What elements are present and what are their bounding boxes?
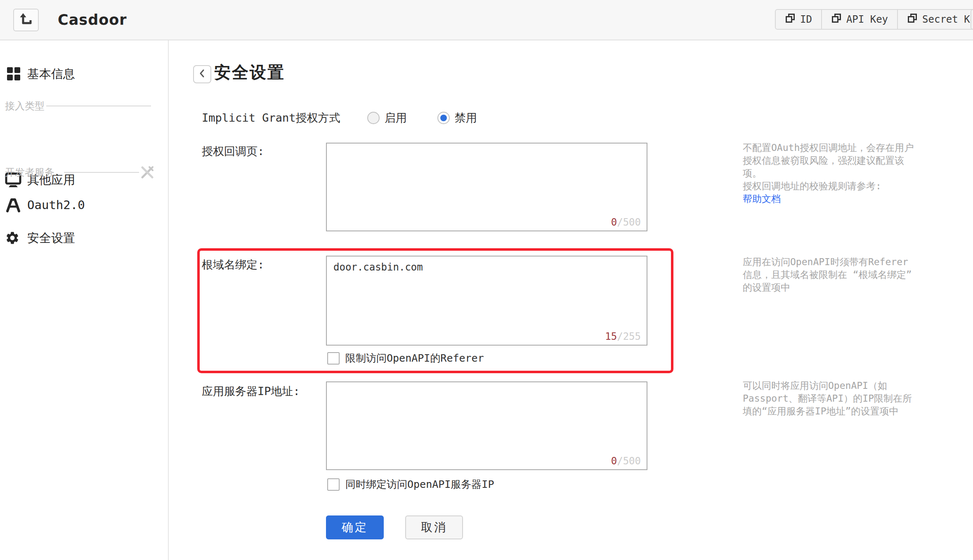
- server-ip-field: 0/500: [326, 381, 647, 470]
- bind-openapi-ip-checkbox[interactable]: [327, 478, 340, 491]
- callback-urls-textarea[interactable]: [327, 144, 647, 231]
- sidebar-item-security-settings[interactable]: 安全设置: [0, 229, 168, 247]
- bind-openapi-ip-checkbox-label[interactable]: 同时绑定访问OpenAPI服务器IP: [345, 478, 494, 491]
- radio-enable[interactable]: [367, 112, 380, 124]
- help-doc-link[interactable]: 帮助文档: [743, 193, 781, 204]
- server-ip-textarea[interactable]: [327, 382, 647, 469]
- sidebar-item-basic-info[interactable]: 基本信息: [0, 65, 168, 83]
- app-header: Casdoor ID API Key: [0, 0, 973, 40]
- callback-urls-label: 授权回调页:: [202, 143, 264, 160]
- server-ip-label: 应用服务器IP地址:: [202, 383, 300, 400]
- confirm-button[interactable]: 确定: [326, 515, 384, 539]
- sidebar-item-label: Oauth2.0: [27, 196, 85, 214]
- radio-disable-label[interactable]: 禁用: [455, 110, 477, 126]
- implicit-grant-label: Implicit Grant授权方式: [202, 110, 340, 126]
- sidebar: 基本信息 接入类型 其他应用 开发者服务: [0, 40, 169, 560]
- copy-api-key-button[interactable]: API Key: [821, 9, 898, 30]
- api-icon: [6, 198, 21, 212]
- main-content: 安全设置 Implicit Grant授权方式 启用 禁用 授权回调页: 0/5…: [169, 41, 973, 560]
- copy-icon: [907, 13, 918, 26]
- app-title: Casdoor: [58, 0, 127, 40]
- copy-api-key-label: API Key: [846, 14, 888, 25]
- up-level-arrow-icon: [19, 12, 33, 28]
- cancel-button[interactable]: 取消: [405, 515, 463, 539]
- sidebar-item-label: 基本信息: [27, 65, 75, 83]
- clipped-button[interactable]: [971, 9, 973, 30]
- referer-checkbox-row: 限制访问OpenAPI的Referer: [327, 351, 484, 365]
- radio-enable-label[interactable]: 启用: [385, 110, 407, 126]
- sidebar-divider-label: 开发者服务: [5, 165, 54, 179]
- root-domain-char-counter: 15/255: [605, 331, 641, 342]
- copy-icon: [785, 13, 796, 26]
- referer-checkbox[interactable]: [327, 352, 340, 365]
- sidebar-item-label: 安全设置: [27, 229, 75, 247]
- copy-button-group: ID API Key Secret Key: [775, 9, 973, 30]
- bind-openapi-ip-checkbox-row: 同时绑定访问OpenAPI服务器IP: [327, 478, 494, 491]
- tools-icon: [140, 165, 154, 181]
- root-domain-textarea[interactable]: door.casbin.com: [327, 256, 647, 345]
- referer-help-text: 应用在访问OpenAPI时须带有Referer信息，且其域名被限制在 “根域名绑…: [743, 256, 916, 294]
- sidebar-divider-dev-services: 开发者服务: [0, 165, 168, 179]
- chevron-left-icon: [198, 69, 207, 80]
- grid-icon: [7, 67, 21, 81]
- copy-id-button[interactable]: ID: [775, 9, 822, 30]
- root-domain-label: 根域名绑定:: [202, 256, 264, 273]
- radio-disable[interactable]: [437, 112, 450, 124]
- callback-rule-note: 授权回调地址的校验规则请参考:: [743, 180, 916, 193]
- server-ip-help-text: 可以同时将应用访问OpenAPI（如Passport、翻译等API）的IP限制在…: [743, 379, 916, 418]
- sidebar-divider-label: 接入类型: [5, 99, 45, 113]
- sidebar-divider-access-type: 接入类型: [0, 99, 168, 113]
- back-to-list-button[interactable]: [13, 9, 39, 31]
- server-ip-char-counter: 0/500: [611, 455, 641, 467]
- gear-icon: [5, 231, 20, 245]
- sidebar-item-oauth[interactable]: Oauth2.0: [0, 196, 168, 214]
- callback-help-text: 不配置OAuth授权回调地址，会存在用户授权信息被窃取风险，强烈建议配置该项。 …: [743, 141, 916, 205]
- copy-secret-key-button[interactable]: Secret Key: [897, 9, 973, 30]
- callback-urls-field: 0/500: [326, 143, 647, 231]
- callback-warning: 不配置OAuth授权回调地址，会存在用户授权信息被窃取风险，强烈建议配置该项。: [743, 141, 916, 180]
- copy-secret-key-label: Secret Key: [922, 14, 973, 25]
- page-back-button[interactable]: [193, 65, 211, 83]
- referer-checkbox-label[interactable]: 限制访问OpenAPI的Referer: [345, 351, 484, 365]
- divider-rule: [46, 106, 151, 106]
- copy-icon: [831, 13, 842, 26]
- copy-id-label: ID: [800, 14, 812, 25]
- page-title: 安全设置: [214, 61, 285, 84]
- callback-char-counter: 0/500: [611, 216, 641, 228]
- root-domain-field: door.casbin.com 15/255: [326, 256, 647, 346]
- divider-rule: [64, 172, 139, 173]
